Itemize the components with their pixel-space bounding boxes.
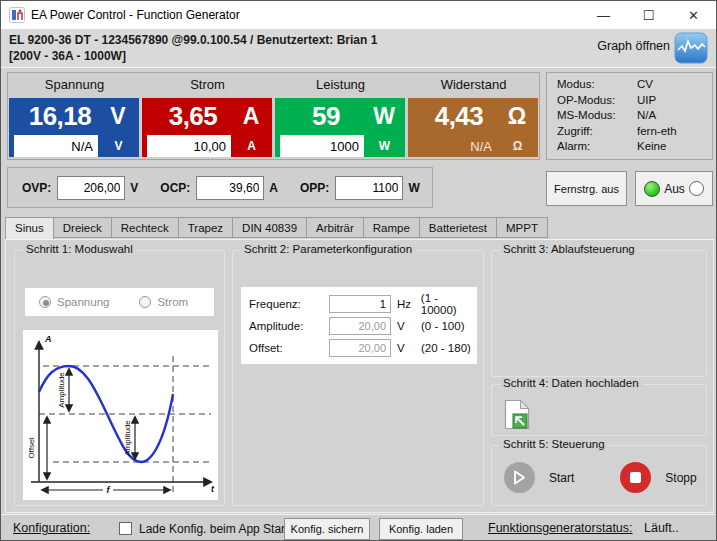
radio-voltage[interactable]: Spannung	[39, 296, 109, 308]
maximize-icon[interactable]: ☐	[626, 1, 671, 29]
graph-icon[interactable]	[674, 32, 708, 64]
amplitude-label-top: Amplitude	[57, 372, 66, 408]
device-rating-line: [200V - 36A - 1000W]	[9, 49, 126, 63]
power-column: Leistung 59 W W	[274, 73, 407, 159]
configuration-link[interactable]: Konfiguration:	[13, 521, 90, 535]
power-panel: 59 W W	[275, 98, 405, 157]
sinus-tab-page: Schritt 1: Moduswahl Spannung Strom	[5, 239, 714, 513]
resistance-unit: Ω	[496, 103, 538, 130]
tab-arbitraer[interactable]: Arbiträr	[307, 217, 364, 238]
resistance-header: Widerstand	[407, 73, 540, 97]
amplitude-label: Amplitude:	[249, 320, 329, 332]
radio-current-label: Strom	[157, 296, 188, 308]
ocp-input[interactable]	[196, 176, 264, 200]
window-title: EA Power Control - Function Generator	[31, 8, 240, 22]
resistance-set-value: N/A	[413, 139, 497, 154]
frequency-unit: Hz	[397, 298, 421, 310]
tab-sinus[interactable]: Sinus	[5, 217, 54, 239]
mode-select-box: Spannung Strom	[25, 288, 214, 316]
output-state-panel[interactable]: Aus	[635, 171, 713, 206]
resistance-panel: 4,43 Ω N/A Ω	[408, 98, 538, 157]
remote-control-button[interactable]: Fernstrg. aus	[546, 171, 627, 206]
tab-din40839[interactable]: DIN 40839	[233, 217, 307, 238]
protection-panel: OVP: V OCP: A OPP: W	[7, 167, 433, 208]
upload-file-icon[interactable]	[504, 399, 530, 430]
measurement-block: Spannung 16,18 V V Strom 3,65 A	[7, 72, 540, 160]
tab-rampe[interactable]: Rampe	[364, 217, 420, 238]
mode-value: CV	[637, 78, 653, 94]
step4-group: Schritt 4: Daten hochladen	[491, 384, 707, 436]
start-icon[interactable]	[504, 462, 535, 493]
led-on-icon	[644, 181, 660, 197]
radio-voltage-icon	[39, 296, 51, 308]
step4-title: Schritt 4: Daten hochladen	[499, 377, 643, 389]
tab-batterietest[interactable]: Batterietest	[420, 217, 497, 238]
ocp-label: OCP:	[160, 181, 190, 195]
power-set-unit: W	[364, 139, 405, 153]
start-label: Start	[549, 471, 574, 485]
amplitude-input[interactable]	[329, 317, 391, 335]
generator-status-value: Läuft..	[644, 521, 679, 535]
stop-icon[interactable]	[620, 462, 651, 493]
frequency-label: Frequenz:	[249, 298, 329, 310]
close-icon[interactable]: ✕	[671, 1, 716, 29]
step5-title: Schritt 5: Steuerung	[499, 438, 609, 450]
voltage-actual-value: 16,18	[9, 101, 97, 132]
footer-bar: Konfiguration: Lade Konfig. beim App Sta…	[1, 514, 716, 541]
tab-dreieck[interactable]: Dreieck	[54, 217, 112, 238]
tab-mppt[interactable]: MPPT	[497, 217, 548, 238]
device-header: EL 9200-36 DT - 1234567890 @99.0.100.54 …	[1, 29, 716, 68]
current-actual-value: 3,65	[142, 101, 230, 132]
power-set-input[interactable]	[280, 135, 364, 157]
step2-group: Schritt 2: Parameterkonfiguration Freque…	[232, 250, 484, 506]
voltage-set-input[interactable]	[14, 135, 98, 157]
resistance-set-unit: Ω	[497, 139, 538, 153]
power-header: Leistung	[274, 73, 407, 97]
ocp-unit: A	[269, 181, 278, 195]
op-mode-label: OP-Modus:	[557, 94, 637, 110]
opp-label: OPP:	[300, 181, 329, 195]
tab-rechteck[interactable]: Rechteck	[112, 217, 179, 238]
step3-title: Schritt 3: Ablaufsteuerung	[499, 243, 639, 255]
access-label: Zugriff:	[557, 125, 637, 141]
output-state-label: Aus	[664, 182, 685, 196]
current-unit: A	[230, 103, 272, 130]
open-graph-button[interactable]: Graph öffnen	[597, 39, 670, 53]
generator-status-link[interactable]: Funktionsgeneratorstatus:	[488, 521, 633, 535]
ovp-label: OVP:	[22, 181, 51, 195]
offset-param-label: Offset:	[249, 342, 329, 354]
opp-unit: W	[408, 181, 419, 195]
amplitude-range: (0 - 100)	[421, 320, 464, 332]
resistance-column: Widerstand 4,43 Ω N/A Ω	[407, 73, 540, 159]
frequency-label: f	[107, 485, 111, 495]
frequency-input[interactable]	[329, 295, 391, 313]
ms-mode-value: N/A	[637, 109, 656, 125]
device-status-panel: Modus:CV OP-Modus:UIP MS-Modus:N/A Zugri…	[546, 72, 713, 160]
step1-title: Schritt 1: Moduswahl	[22, 243, 137, 255]
ovp-unit: V	[130, 181, 138, 195]
opp-input[interactable]	[335, 176, 403, 200]
resistance-actual-value: 4,43	[408, 101, 496, 132]
radio-voltage-label: Spannung	[57, 296, 109, 308]
offset-input[interactable]	[329, 339, 391, 357]
radio-current[interactable]: Strom	[139, 296, 188, 308]
app-window: EA Power Control - Function Generator — …	[0, 0, 717, 541]
step1-group: Schritt 1: Moduswahl Spannung Strom	[14, 250, 225, 506]
ovp-input[interactable]	[57, 176, 125, 200]
ms-mode-label: MS-Modus:	[557, 109, 637, 125]
device-info-line: EL 9200-36 DT - 1234567890 @99.0.100.54 …	[9, 33, 377, 47]
save-config-button[interactable]: Konfig. sichern	[284, 518, 370, 540]
load-config-button[interactable]: Konfig. laden	[379, 518, 463, 540]
current-set-input[interactable]	[147, 135, 231, 157]
minimize-icon[interactable]: —	[581, 1, 626, 29]
alarm-label: Alarm:	[557, 140, 637, 156]
voltage-panel: 16,18 V V	[9, 98, 139, 157]
alarm-value: Keine	[637, 140, 666, 156]
diagram-x-axis-label: t	[211, 484, 215, 494]
current-header: Strom	[141, 73, 274, 97]
led-off-icon	[689, 181, 704, 196]
load-config-checkbox[interactable]	[119, 522, 132, 535]
current-set-unit: A	[231, 139, 272, 153]
step5-group: Schritt 5: Steuerung Start Stopp	[491, 445, 707, 506]
tab-trapez[interactable]: Trapez	[179, 217, 233, 238]
